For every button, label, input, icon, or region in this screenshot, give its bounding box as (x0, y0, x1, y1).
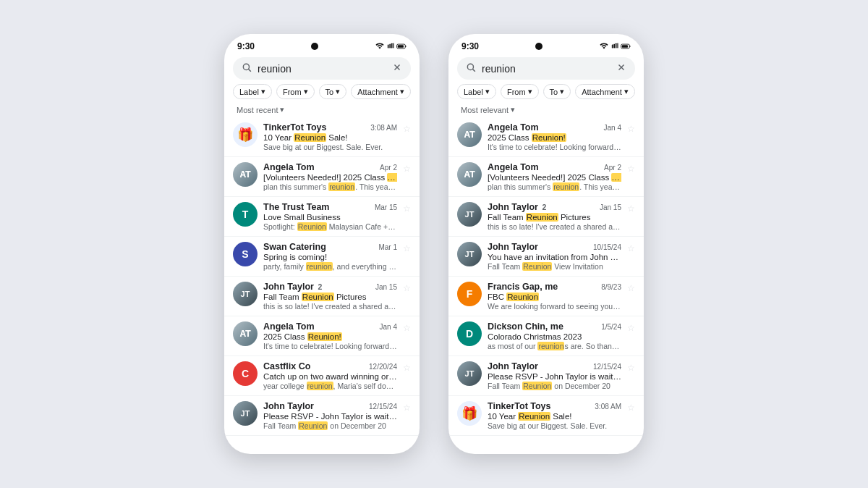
star-icon: ☆ (627, 203, 635, 214)
sort-row[interactable]: Most recent▾ (224, 104, 420, 117)
filter-chip-to[interactable]: To▾ (319, 84, 347, 99)
filter-chip-from[interactable]: From▾ (276, 84, 315, 99)
email-item[interactable]: FFrancis Gap, me8/9/23FBC ReunionWe are … (448, 277, 644, 316)
email-subject: Catch up on two award winning originals (263, 372, 397, 381)
star-button[interactable]: ☆ (627, 361, 635, 373)
highlight-text: Reunion (294, 133, 326, 142)
star-button[interactable]: ☆ (403, 282, 411, 293)
email-header: Francis Gap, me8/9/23 (488, 282, 621, 292)
avatar: AT (457, 162, 482, 187)
email-item[interactable]: 🎁TinkerTot Toys3:08 AM10 Year Reunion Sa… (224, 117, 420, 157)
star-button[interactable]: ☆ (627, 321, 635, 333)
highlight-text: Reunion (611, 173, 621, 182)
email-item[interactable]: 🎁TinkerTot Toys3:08 AM10 Year Reunion Sa… (448, 396, 644, 436)
star-button[interactable]: ☆ (403, 242, 411, 253)
email-date: Apr 2 (604, 164, 621, 172)
star-button[interactable]: ☆ (403, 401, 411, 413)
filter-chip-attachment[interactable]: Attachment▾ (575, 84, 635, 99)
email-content: TinkerTot Toys3:08 AM10 Year Reunion Sal… (488, 401, 621, 430)
email-count: 2 (542, 203, 546, 211)
email-header: Angela TomApr 2 (263, 162, 397, 172)
star-icon: ☆ (627, 323, 635, 333)
chevron-down-icon: ▾ (511, 105, 515, 114)
svg-rect-0 (388, 45, 389, 49)
email-date: Jan 15 (375, 283, 397, 291)
highlight-text: Reunion (526, 213, 558, 222)
star-icon: ☆ (627, 363, 635, 373)
filter-label: Attachment (582, 88, 622, 96)
email-preview: Fall Team Reunion on December 20 (263, 421, 397, 430)
email-preview: We are looking forward to seeing you! Ou… (488, 302, 621, 311)
email-date: Mar 1 (378, 243, 397, 251)
email-preview: party, family reunion, and everything in… (263, 262, 397, 271)
email-item[interactable]: JTJohn Taylor 2Jan 15Fall Team Reunion P… (224, 277, 420, 316)
star-button[interactable]: ☆ (403, 361, 411, 373)
highlight-text: Reunion! (532, 133, 566, 142)
clear-search-button[interactable] (392, 62, 402, 75)
star-button[interactable]: ☆ (627, 122, 635, 134)
email-header: TinkerTot Toys3:08 AM (488, 401, 621, 411)
sender-name: John Taylor (488, 242, 538, 252)
email-preview: this is so late! I've created a shared a… (488, 222, 621, 231)
avatar: AT (457, 122, 482, 147)
clear-search-button[interactable] (616, 62, 626, 75)
email-content: Castflix Co12/20/24Catch up on two award… (263, 361, 397, 390)
email-item[interactable]: JTJohn Taylor12/15/24Please RSVP - John … (224, 396, 420, 436)
email-item[interactable]: ATAngela TomJan 42025 Class Reunion!It's… (224, 316, 420, 356)
email-item[interactable]: DDickson Chin, me1/5/24Colorado Christma… (448, 316, 644, 356)
star-button[interactable]: ☆ (627, 401, 635, 413)
email-item[interactable]: ATAngela TomJan 42025 Class Reunion!It's… (448, 117, 644, 157)
sort-row[interactable]: Most relevant▾ (448, 104, 644, 117)
email-item[interactable]: ATAngela TomApr 2[Volunteers Needed!] 20… (448, 157, 644, 197)
camera-dot (311, 43, 318, 50)
email-item[interactable]: JTJohn Taylor12/15/24Please RSVP - John … (448, 356, 644, 396)
avatar: JT (233, 401, 258, 426)
chevron-down-icon: ▾ (261, 87, 265, 96)
sender-name: John Taylor 2 (263, 282, 322, 292)
email-item[interactable]: JTJohn Taylor10/15/24You have an invitat… (448, 237, 644, 277)
filter-chip-label[interactable]: Label▾ (457, 84, 496, 99)
email-header: Angela TomJan 4 (488, 122, 621, 132)
email-preview: It's time to celebrate! Looking forward … (488, 143, 621, 151)
filter-chip-label[interactable]: Label▾ (233, 84, 272, 99)
search-bar[interactable]: reunion (457, 57, 635, 80)
email-preview: Save big at our Biggest. Sale. Ever. (488, 421, 621, 430)
star-button[interactable]: ☆ (403, 162, 411, 174)
email-item[interactable]: ATAngela TomApr 2[Volunteers Needed!] 20… (224, 157, 420, 197)
sender-name: Francis Gap, me (488, 282, 558, 292)
status-icons (599, 43, 631, 50)
phone-right: 9:30 reunion Label▾From▾To▾Attachment▾Mo… (448, 34, 644, 454)
star-button[interactable]: ☆ (627, 202, 635, 214)
chevron-down-icon: ▾ (485, 87, 490, 96)
email-header: John Taylor12/15/24 (488, 361, 621, 371)
phone-left: 9:30 reunion Label▾From▾To▾Attachment▾Mo… (224, 34, 420, 454)
star-button[interactable]: ☆ (627, 242, 635, 253)
filter-chip-from[interactable]: From▾ (501, 84, 539, 99)
email-preview: plan this summer's reunion. This year we… (488, 182, 621, 191)
filter-chip-attachment[interactable]: Attachment▾ (351, 84, 411, 99)
highlight-text: Reunion (522, 382, 552, 390)
sort-label: Most relevant (461, 106, 509, 114)
star-button[interactable]: ☆ (403, 321, 411, 333)
filter-chip-to[interactable]: To▾ (543, 84, 571, 99)
email-header: Angela TomApr 2 (488, 162, 621, 172)
highlight-text: Reunion (522, 262, 552, 271)
email-item[interactable]: JTJohn Taylor 2Jan 15Fall Team Reunion P… (448, 197, 644, 237)
star-icon: ☆ (403, 124, 411, 134)
email-header: John Taylor 2Jan 15 (263, 282, 397, 292)
email-item[interactable]: SSwan CateringMar 1Spring is coming!part… (224, 237, 420, 277)
star-button[interactable]: ☆ (627, 282, 635, 293)
email-date: 12/20/24 (369, 363, 397, 371)
highlight-text: reunion (328, 182, 355, 191)
svg-rect-5 (398, 45, 404, 48)
star-button[interactable]: ☆ (627, 162, 635, 174)
search-bar[interactable]: reunion (233, 57, 411, 80)
star-button[interactable]: ☆ (403, 202, 411, 214)
status-icons (375, 43, 407, 50)
email-item[interactable]: TThe Trust TeamMar 15Love Small Business… (224, 197, 420, 237)
star-button[interactable]: ☆ (403, 122, 411, 134)
email-item[interactable]: CCastflix Co12/20/24Catch up on two awar… (224, 356, 420, 396)
sender-name: John Taylor (488, 361, 538, 371)
svg-rect-3 (393, 43, 393, 48)
email-date: Apr 2 (380, 164, 397, 172)
